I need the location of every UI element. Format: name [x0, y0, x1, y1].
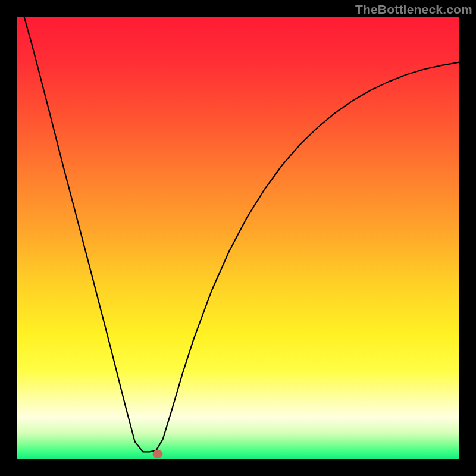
plot-area: [17, 17, 459, 459]
min-marker-dot: [152, 450, 162, 458]
data-curve: [17, 17, 459, 459]
chart-container: TheBottleneck.com: [0, 0, 476, 476]
watermark-text: TheBottleneck.com: [355, 2, 472, 17]
